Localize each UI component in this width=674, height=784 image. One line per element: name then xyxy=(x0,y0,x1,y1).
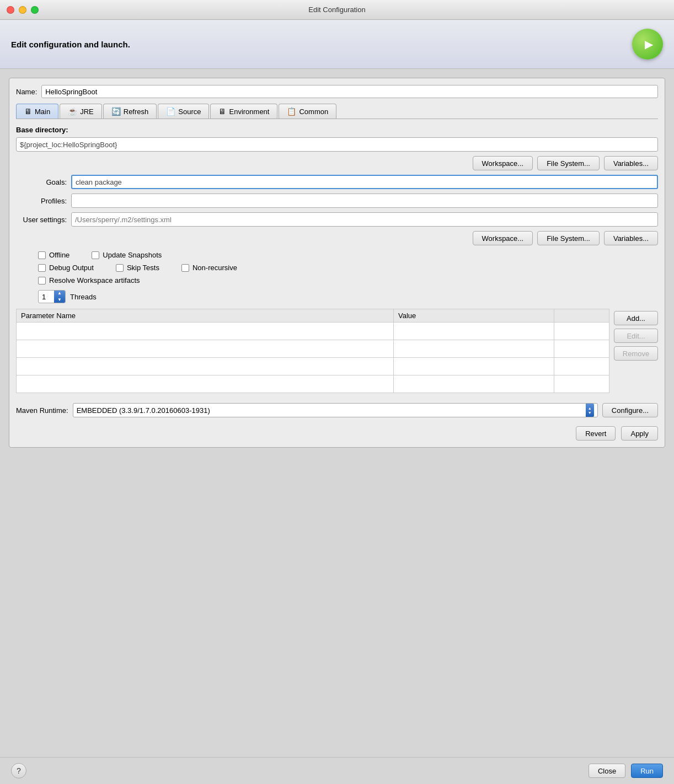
base-directory-input[interactable] xyxy=(16,137,658,152)
minimize-window-btn[interactable] xyxy=(19,6,26,14)
tab-main[interactable]: 🖥 Main xyxy=(16,104,58,119)
environment-tab-icon: 🖥 xyxy=(218,107,226,116)
resolve-workspace-checkbox-box[interactable] xyxy=(38,277,46,284)
tab-common-label: Common xyxy=(299,108,328,116)
configure-btn[interactable]: Configure... xyxy=(602,403,658,417)
threads-row: 1 ▲ ▼ Threads xyxy=(38,290,658,303)
user-settings-label: User settings: xyxy=(16,216,71,224)
checkbox-row-3: Resolve Workspace artifacts xyxy=(38,276,658,284)
col-value: Value xyxy=(394,309,554,323)
table-buttons: Add... Edit... Remove xyxy=(614,309,658,398)
table-row[interactable] xyxy=(17,375,609,393)
maven-runtime-value: EMBEDDED (3.3.9/1.7.0.20160603-1931) xyxy=(77,406,210,415)
name-input[interactable] xyxy=(41,85,658,98)
maven-runtime-row: Maven Runtime: EMBEDDED (3.3.9/1.7.0.201… xyxy=(16,403,658,417)
tab-refresh-label: Refresh xyxy=(124,108,149,116)
checkbox-row-1: Offline Update Snapshots xyxy=(38,251,658,259)
tab-source-label: Source xyxy=(178,108,201,116)
update-snapshots-label: Update Snapshots xyxy=(103,251,162,259)
main-tab-icon: 🖥 xyxy=(24,107,32,116)
name-label: Name: xyxy=(16,88,37,96)
checkbox-row-2: Debug Output Skip Tests Non-recursive xyxy=(38,264,658,272)
offline-checkbox[interactable]: Offline xyxy=(38,251,69,259)
threads-spinner[interactable]: 1 ▲ ▼ xyxy=(38,290,66,303)
skip-tests-label: Skip Tests xyxy=(127,264,159,272)
table-wrapper: Parameter Name Value xyxy=(16,309,609,398)
parameter-table: Parameter Name Value xyxy=(16,309,609,393)
col-parameter-name: Parameter Name xyxy=(17,309,394,323)
tab-main-label: Main xyxy=(35,108,50,116)
jre-tab-icon: ☕ xyxy=(68,107,77,116)
workspace-btn-2[interactable]: Workspace... xyxy=(473,231,533,245)
goals-input[interactable] xyxy=(71,175,658,189)
revert-button[interactable]: Revert xyxy=(576,426,616,441)
tab-source[interactable]: 📄 Source xyxy=(158,104,209,119)
update-snapshots-checkbox[interactable]: Update Snapshots xyxy=(92,251,162,259)
parameter-table-area: Parameter Name Value Add... Edit.. xyxy=(16,309,658,398)
spinner-arrows[interactable]: ▲ ▼ xyxy=(54,290,65,303)
refresh-tab-icon: 🔄 xyxy=(111,107,121,116)
file-system-btn-1[interactable]: File System... xyxy=(537,156,600,170)
spinner-up[interactable]: ▲ xyxy=(54,290,65,297)
non-recursive-label: Non-recursive xyxy=(192,264,237,272)
goals-label: Goals: xyxy=(16,178,71,186)
resolve-workspace-checkbox[interactable]: Resolve Workspace artifacts xyxy=(38,276,140,284)
window-controls[interactable] xyxy=(7,6,39,14)
tab-refresh[interactable]: 🔄 Refresh xyxy=(103,104,157,119)
profiles-input[interactable] xyxy=(71,194,658,208)
base-directory-section: Base directory: Workspace... File System… xyxy=(16,126,658,170)
non-recursive-checkbox-box[interactable] xyxy=(181,264,189,272)
variables-btn-1[interactable]: Variables... xyxy=(604,156,658,170)
profiles-label: Profiles: xyxy=(16,197,71,205)
tab-environment-label: Environment xyxy=(229,108,269,116)
tab-common[interactable]: 📋 Common xyxy=(279,104,336,119)
file-system-btn-2[interactable]: File System... xyxy=(537,231,600,245)
tab-jre[interactable]: ☕ JRE xyxy=(60,104,102,119)
maven-runtime-select[interactable]: EMBEDDED (3.3.9/1.7.0.20160603-1931) ▲ ▼ xyxy=(73,403,598,417)
debug-output-label: Debug Output xyxy=(49,264,94,272)
add-button[interactable]: Add... xyxy=(614,311,658,325)
help-icon: ? xyxy=(17,766,21,775)
user-settings-input[interactable] xyxy=(71,212,658,227)
resolve-workspace-label: Resolve Workspace artifacts xyxy=(49,276,140,284)
tabs-bar: 🖥 Main ☕ JRE 🔄 Refresh 📄 Source 🖥 Enviro… xyxy=(16,104,658,119)
edit-button[interactable]: Edit... xyxy=(614,329,658,343)
debug-output-checkbox[interactable]: Debug Output xyxy=(38,264,94,272)
common-tab-icon: 📋 xyxy=(287,107,296,116)
maven-runtime-label: Maven Runtime: xyxy=(16,406,68,415)
run-icon[interactable] xyxy=(632,29,663,60)
table-row[interactable] xyxy=(17,358,609,375)
offline-label: Offline xyxy=(49,251,69,259)
close-window-btn[interactable] xyxy=(7,6,14,14)
goals-row: Goals: xyxy=(16,175,658,189)
maven-select-arrow[interactable]: ▲ ▼ xyxy=(586,404,594,417)
maximize-window-btn[interactable] xyxy=(31,6,39,14)
run-button[interactable]: Run xyxy=(631,764,663,778)
help-button[interactable]: ? xyxy=(11,763,26,778)
user-settings-row: User settings: xyxy=(16,212,658,227)
skip-tests-checkbox-box[interactable] xyxy=(116,264,124,272)
source-tab-icon: 📄 xyxy=(166,107,175,116)
apply-button[interactable]: Apply xyxy=(621,426,658,441)
table-row[interactable] xyxy=(17,340,609,358)
table-row[interactable] xyxy=(17,323,609,340)
tab-jre-label: JRE xyxy=(80,108,94,116)
update-snapshots-checkbox-box[interactable] xyxy=(92,251,99,259)
offline-checkbox-box[interactable] xyxy=(38,251,46,259)
variables-btn-2[interactable]: Variables... xyxy=(604,231,658,245)
debug-output-checkbox-box[interactable] xyxy=(38,264,46,272)
header-area: Edit configuration and launch. xyxy=(0,20,674,69)
tab-environment[interactable]: 🖥 Environment xyxy=(210,104,277,119)
skip-tests-checkbox[interactable]: Skip Tests xyxy=(116,264,159,272)
workspace-btn-1[interactable]: Workspace... xyxy=(473,156,533,170)
non-recursive-checkbox[interactable]: Non-recursive xyxy=(181,264,237,272)
threads-value: 1 xyxy=(39,293,54,301)
name-row: Name: xyxy=(16,85,658,98)
close-button[interactable]: Close xyxy=(589,764,625,778)
threads-label: Threads xyxy=(70,293,97,301)
spinner-down[interactable]: ▼ xyxy=(54,297,65,303)
footer-right-buttons: Close Run xyxy=(589,764,663,778)
header-title: Edit configuration and launch. xyxy=(11,40,130,49)
profiles-row: Profiles: xyxy=(16,194,658,208)
remove-button[interactable]: Remove xyxy=(614,346,658,361)
